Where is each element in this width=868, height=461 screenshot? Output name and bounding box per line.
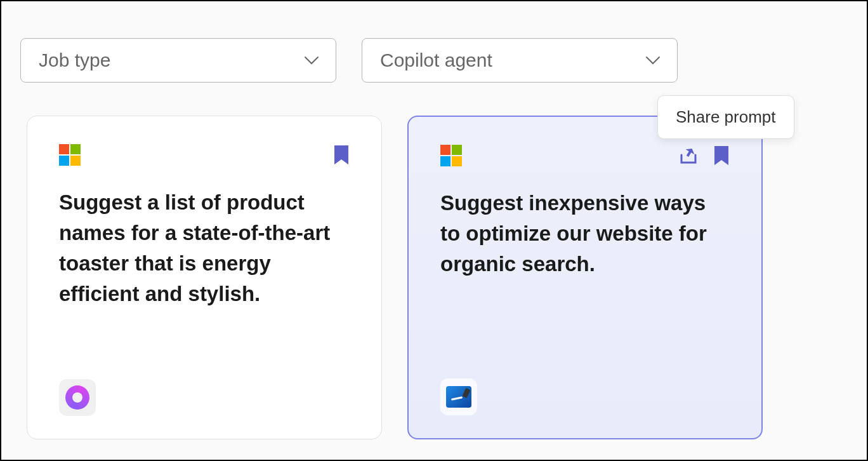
share-prompt-tooltip: Share prompt [657,95,794,139]
loop-app-icon [59,379,96,416]
share-icon[interactable] [679,146,698,168]
chevron-down-icon [303,51,320,69]
microsoft-logo-icon [440,145,462,166]
tooltip-text: Share prompt [676,107,776,126]
prompt-text: Suggest a list of product names for a st… [59,187,350,379]
prompt-text: Suggest inexpensive ways to optimize our… [440,188,730,378]
chevron-down-icon [644,51,662,69]
copilot-agent-dropdown[interactable]: Copilot agent [362,38,678,83]
bookmark-icon[interactable] [713,145,730,169]
card-actions [333,144,350,168]
microsoft-logo-icon [59,144,81,166]
card-footer [59,379,350,416]
filter-bar: Job type Copilot agent [1,1,867,83]
card-actions [679,145,730,169]
job-type-dropdown[interactable]: Job type [20,38,336,83]
card-footer [440,378,730,415]
whiteboard-app-icon [440,378,477,415]
card-header [440,145,730,169]
job-type-label: Job type [39,50,110,71]
copilot-agent-label: Copilot agent [380,50,492,71]
prompt-card-2[interactable]: Suggest inexpensive ways to optimize our… [407,116,763,439]
bookmark-icon[interactable] [333,144,350,168]
prompt-card-1[interactable]: Suggest a list of product names for a st… [27,116,382,439]
prompt-card-previous[interactable] [0,116,1,439]
card-header [59,144,350,168]
